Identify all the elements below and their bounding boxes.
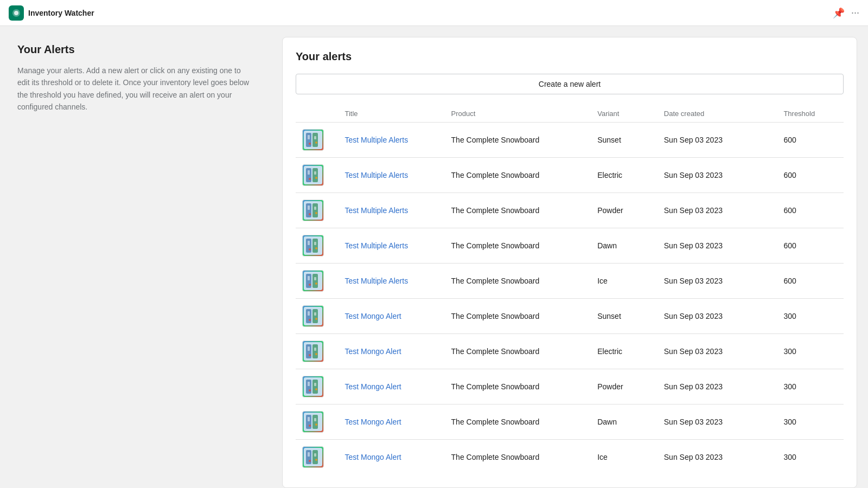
svg-point-8 — [315, 142, 317, 144]
svg-rect-45 — [306, 344, 311, 358]
svg-rect-24 — [306, 239, 311, 253]
top-bar-right: 📌 ··· — [833, 7, 859, 19]
td-product: The Complete Snowboard — [445, 404, 591, 440]
svg-rect-20 — [314, 207, 316, 210]
svg-rect-17 — [306, 203, 311, 217]
alert-title-link[interactable]: Test Mongo Alert — [344, 347, 401, 356]
svg-point-14 — [309, 178, 311, 180]
svg-rect-38 — [306, 309, 311, 323]
td-title: Test Multiple Alerts — [338, 193, 444, 228]
table-row: Test Mongo AlertThe Complete SnowboardSu… — [296, 299, 844, 334]
svg-rect-6 — [314, 136, 316, 139]
alert-title-link[interactable]: Test Mongo Alert — [344, 382, 401, 391]
page-title: Your alerts — [296, 50, 844, 63]
svg-rect-68 — [308, 452, 310, 457]
svg-rect-12 — [308, 170, 310, 175]
alert-title-link[interactable]: Test Mongo Alert — [344, 312, 401, 320]
td-date-created: Sun Sep 03 2023 — [658, 158, 777, 193]
table-row: Test Multiple AlertsThe Complete Snowboa… — [296, 193, 844, 228]
svg-rect-13 — [314, 171, 316, 175]
td-date-created: Sun Sep 03 2023 — [658, 334, 777, 369]
th-threshold: Threshold — [777, 105, 844, 123]
td-date-created: Sun Sep 03 2023 — [658, 264, 777, 299]
product-thumbnail — [302, 164, 324, 186]
svg-rect-46 — [312, 344, 318, 358]
svg-rect-34 — [314, 277, 316, 280]
svg-rect-32 — [312, 274, 318, 288]
svg-rect-48 — [314, 348, 316, 351]
svg-rect-5 — [308, 135, 310, 139]
td-threshold: 300 — [777, 404, 844, 440]
svg-point-64 — [315, 423, 317, 426]
svg-rect-4 — [312, 133, 318, 147]
create-alert-button[interactable]: Create a new alert — [296, 74, 844, 94]
td-product: The Complete Snowboard — [445, 334, 591, 369]
td-date-created: Sun Sep 03 2023 — [658, 299, 777, 334]
svg-point-56 — [309, 389, 311, 391]
table-row: Test Mongo AlertThe Complete SnowboardPo… — [296, 369, 844, 404]
svg-point-28 — [309, 248, 311, 251]
svg-rect-54 — [308, 382, 310, 386]
alert-title-link[interactable]: Test Multiple Alerts — [344, 171, 408, 179]
td-product: The Complete Snowboard — [445, 369, 591, 404]
svg-point-22 — [315, 212, 317, 214]
svg-rect-53 — [312, 380, 318, 394]
product-thumbnail — [302, 446, 324, 468]
td-product: The Complete Snowboard — [445, 158, 591, 193]
more-menu-icon[interactable]: ··· — [851, 7, 859, 18]
td-product: The Complete Snowboard — [445, 440, 591, 475]
alert-title-link[interactable]: Test Multiple Alerts — [344, 241, 408, 250]
td-date-created: Sun Sep 03 2023 — [658, 404, 777, 440]
td-variant: Electric — [591, 334, 658, 369]
svg-rect-18 — [312, 203, 318, 217]
td-variant: Sunset — [591, 299, 658, 334]
svg-point-63 — [309, 425, 311, 427]
app-title: Inventory Watcher — [28, 9, 94, 17]
td-product: The Complete Snowboard — [445, 264, 591, 299]
td-image — [296, 299, 338, 334]
table-row: Test Mongo AlertThe Complete SnowboardIc… — [296, 440, 844, 475]
alert-title-link[interactable]: Test Mongo Alert — [344, 418, 401, 426]
td-threshold: 300 — [777, 440, 844, 475]
svg-rect-41 — [314, 312, 316, 316]
svg-point-35 — [309, 284, 311, 286]
pin-icon[interactable]: 📌 — [833, 7, 845, 19]
alert-title-link[interactable]: Test Mongo Alert — [344, 453, 401, 461]
td-title: Test Mongo Alert — [338, 334, 444, 369]
svg-rect-10 — [306, 168, 311, 182]
svg-point-49 — [309, 354, 311, 356]
td-image — [296, 193, 338, 228]
td-image — [296, 334, 338, 369]
td-image — [296, 264, 338, 299]
table-header: Title Product Variant Date created Thres… — [296, 105, 844, 123]
product-thumbnail — [302, 129, 324, 151]
table-body: Test Multiple AlertsThe Complete Snowboa… — [296, 123, 844, 475]
td-title: Test Multiple Alerts — [338, 123, 444, 158]
alert-title-link[interactable]: Test Multiple Alerts — [344, 206, 408, 215]
td-image — [296, 440, 338, 475]
td-title: Test Multiple Alerts — [338, 228, 444, 264]
sidebar-title: Your Alerts — [17, 43, 254, 56]
svg-rect-27 — [314, 242, 316, 245]
td-variant: Dawn — [591, 228, 658, 264]
th-product: Product — [445, 105, 591, 123]
alert-title-link[interactable]: Test Multiple Alerts — [344, 136, 408, 144]
product-thumbnail — [302, 270, 324, 292]
main-layout: Your Alerts Manage your alerts. Add a ne… — [0, 26, 868, 488]
svg-rect-33 — [308, 276, 310, 280]
alerts-table: Title Product Variant Date created Thres… — [296, 105, 844, 474]
svg-rect-47 — [308, 346, 310, 351]
content-card: Your alerts Create a new alert Title Pro… — [282, 37, 857, 488]
svg-rect-25 — [312, 239, 318, 253]
td-image — [296, 123, 338, 158]
alert-title-link[interactable]: Test Multiple Alerts — [344, 277, 408, 285]
product-thumbnail — [302, 200, 324, 221]
td-threshold: 300 — [777, 369, 844, 404]
td-image — [296, 369, 338, 404]
svg-rect-66 — [306, 450, 311, 464]
td-image — [296, 158, 338, 193]
td-variant: Ice — [591, 440, 658, 475]
svg-point-70 — [309, 460, 311, 462]
svg-point-7 — [309, 143, 311, 145]
svg-point-36 — [315, 282, 317, 285]
